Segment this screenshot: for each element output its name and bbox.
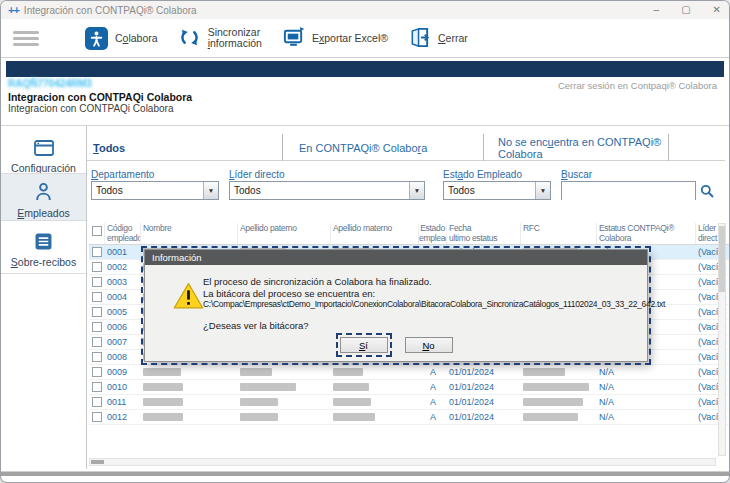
- search-input[interactable]: [562, 184, 695, 201]
- redacted-apellido-paterno: [240, 383, 296, 391]
- redacted-nombre: [143, 383, 183, 391]
- cell-codigo: 0009: [105, 367, 141, 377]
- row-checkbox[interactable]: [92, 247, 102, 257]
- colabora-button[interactable]: Colabora: [85, 27, 158, 50]
- no-button[interactable]: No: [405, 337, 453, 353]
- sidebar-item-empleados[interactable]: Empleados: [1, 174, 86, 220]
- module-title: Integracion con CONTPAQi Colabora: [8, 91, 192, 103]
- minimize-button[interactable]: –: [654, 5, 660, 15]
- chevron-down-icon: ▼: [535, 182, 550, 199]
- sincronizar-button[interactable]: Sincronizarinformación: [178, 26, 262, 51]
- module-subtitle: Integracion con CONTPAQi Colabora: [8, 103, 173, 114]
- col-codigo-empleado[interactable]: Código empleado: [105, 223, 141, 244]
- cell-codigo: 0003: [105, 277, 141, 287]
- row-checkbox[interactable]: [92, 382, 102, 392]
- col-estatus-contpaqi-colabora[interactable]: Estatus CONTPAQi® Colabora: [597, 223, 696, 244]
- screen: ++ Integración con CONTPAQi® Colabora – …: [0, 0, 730, 483]
- cell-estatus: N/A: [597, 397, 696, 407]
- company-rfc-link[interactable]: RAQÑ770424RM3: [8, 78, 92, 89]
- chevron-down-icon: ▼: [203, 182, 218, 199]
- select-all-checkbox-cell[interactable]: [89, 223, 105, 244]
- row-checkbox[interactable]: [92, 277, 102, 287]
- warning-icon: [173, 282, 204, 314]
- row-checkbox[interactable]: [92, 262, 102, 272]
- close-button[interactable]: ✕: [713, 5, 721, 15]
- table-row[interactable]: 0012 A 01/01/2024 N/A (Vacío): [89, 410, 730, 425]
- cell-codigo: 0008: [105, 352, 141, 362]
- dialog-message: El proceso de sincronización a Colabora …: [203, 276, 643, 311]
- header-divider: [1, 125, 729, 126]
- chevron-down-icon: ▼: [409, 182, 424, 199]
- cell-codigo: 0007: [105, 337, 141, 347]
- horizontal-scrollbar-thumb[interactable]: [91, 460, 104, 464]
- redacted-rfc: [523, 398, 583, 406]
- col-apellido-paterno[interactable]: Apellido paterno: [238, 223, 331, 244]
- menu-hamburger-icon[interactable]: [13, 28, 39, 49]
- row-checkbox[interactable]: [92, 322, 102, 332]
- cerrar-button[interactable]: Cerrar: [408, 26, 468, 51]
- lider-directo-label: Líder directo: [229, 169, 285, 180]
- table-row[interactable]: 0011 A 01/01/2024 N/A (Vacío): [89, 395, 730, 410]
- title-bar: ++ Integración con CONTPAQi® Colabora – …: [1, 1, 729, 19]
- departamento-select[interactable]: Todos ▼: [91, 181, 219, 200]
- exportar-excel-button[interactable]: Exportar Excel®: [282, 26, 388, 51]
- tab-todos[interactable]: Todos: [87, 134, 283, 161]
- col-apellido-materno[interactable]: Apellido materno: [331, 223, 419, 244]
- yes-button[interactable]: Sí: [340, 337, 388, 353]
- cell-codigo: 0010: [105, 382, 141, 392]
- cell-codigo: 0001: [105, 247, 141, 257]
- row-checkbox[interactable]: [92, 337, 102, 347]
- row-checkbox[interactable]: [92, 397, 102, 407]
- toolbar: Colabora Sincronizarinformación Exportar…: [1, 19, 729, 58]
- sync-arrows-icon: [178, 26, 201, 51]
- redacted-apellido-materno: [333, 413, 375, 421]
- col-estado-empleado[interactable]: Estado empleado: [419, 223, 447, 244]
- cell-estatus: N/A: [597, 412, 696, 422]
- logout-link[interactable]: Cerrar sesión en Contpaqi® Colabora: [558, 80, 717, 91]
- dialog-line-1: El proceso de sincronización a Colabora …: [203, 276, 643, 288]
- maximize-button[interactable]: ▢: [681, 5, 690, 15]
- row-checkbox[interactable]: [92, 367, 102, 377]
- col-fecha-ultimo-estatus[interactable]: Fecha ultimo estatus: [447, 223, 521, 244]
- vertical-scrollbar-thumb[interactable]: [719, 226, 725, 292]
- cell-estatus: N/A: [597, 382, 696, 392]
- cell-codigo: 0002: [105, 262, 141, 272]
- select-all-checkbox: [92, 226, 102, 236]
- dialog-title-bar[interactable]: Información: [145, 250, 647, 265]
- informacion-dialog: Información El proceso de sincronización…: [144, 249, 648, 362]
- cell-codigo: 0006: [105, 322, 141, 332]
- row-checkbox[interactable]: [92, 352, 102, 362]
- row-checkbox[interactable]: [92, 307, 102, 317]
- row-checkbox[interactable]: [92, 292, 102, 302]
- departamento-label: Departamento: [91, 169, 154, 180]
- tab-en-contpaqi-colabora[interactable]: En CONTPAQi® Colabora: [283, 134, 484, 161]
- search-icon[interactable]: [700, 184, 714, 202]
- dialog-line-2: La bitácora del proceso se encuentra en:: [203, 288, 643, 300]
- redacted-apellido-materno: [333, 383, 369, 391]
- sidebar-item-sobre-recibos[interactable]: Sobre-recibos: [1, 227, 86, 273]
- table-row[interactable]: 0009 A 01/01/2024 N/A (Vacío): [89, 365, 730, 380]
- window-icon: [34, 142, 54, 159]
- table-header-row: Código empleado Nombre Apellido paterno …: [89, 223, 730, 245]
- table-row[interactable]: 0010 A 01/01/2024 N/A (Vacío): [89, 380, 730, 395]
- sidebar-item-configuracion[interactable]: Configuración: [1, 135, 86, 173]
- redacted-nombre: [143, 398, 183, 406]
- col-nombre[interactable]: Nombre: [141, 223, 238, 244]
- cell-estado: A: [419, 412, 447, 422]
- redacted-nombre: [143, 368, 181, 376]
- estado-empleado-label: Estado Empleado: [443, 169, 522, 180]
- row-checkbox[interactable]: [92, 412, 102, 422]
- tab-no-se-encuentra[interactable]: No se encuentra en CONTPAQi® Colabora: [484, 134, 669, 161]
- vertical-scrollbar[interactable]: [718, 223, 726, 456]
- cell-fecha: 01/01/2024: [447, 397, 521, 407]
- tab-bar: Todos En CONTPAQi® Colabora No se encuen…: [87, 134, 725, 161]
- horizontal-scrollbar[interactable]: [89, 458, 716, 466]
- lider-directo-select[interactable]: Todos ▼: [229, 181, 425, 200]
- cell-codigo: 0011: [105, 397, 141, 407]
- window-title: Integración con CONTPAQi® Colabora: [24, 5, 197, 16]
- estado-empleado-select[interactable]: Todos ▼: [443, 181, 551, 200]
- col-rfc[interactable]: RFC: [521, 223, 597, 244]
- sidebar: Configuración Empleados Sobre-recibos: [1, 126, 87, 469]
- exit-door-icon: [408, 26, 431, 51]
- person-icon: [35, 187, 52, 204]
